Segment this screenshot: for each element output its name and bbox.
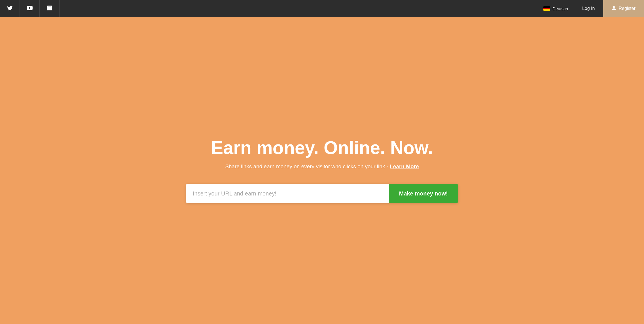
url-form: Make money now! [186,184,458,203]
youtube-button[interactable] [20,0,40,17]
language-label: Deutsch [552,6,568,11]
user-icon [612,6,616,11]
svg-rect-2 [543,9,550,11]
twitter-button[interactable] [0,0,20,17]
twitter-icon [7,5,13,12]
german-flag-icon [543,6,550,11]
svg-rect-1 [543,8,550,9]
register-button[interactable]: Register [603,0,644,17]
news-button[interactable] [40,0,60,17]
learn-more-link[interactable]: Learn More [390,163,419,169]
news-icon [46,5,53,12]
submit-button[interactable]: Make money now! [389,184,458,203]
nav-right: Deutsch Log In Register [538,0,644,17]
language-selector[interactable]: Deutsch [538,6,574,11]
register-label: Register [618,6,635,11]
hero-subtitle: Share links and earn money on every visi… [225,163,419,170]
hero-section: Earn money. Online. Now. Share links and… [0,17,644,324]
svg-rect-0 [543,6,550,8]
hero-title: Earn money. Online. Now. [211,138,433,158]
url-input[interactable] [186,184,389,203]
hero-subtitle-text: Share links and earn money on every visi… [225,163,390,169]
youtube-icon [26,5,33,13]
navbar: Deutsch Log In Register [0,0,644,17]
nav-left [0,0,60,17]
login-button[interactable]: Log In [574,0,603,17]
login-label: Log In [582,6,595,11]
